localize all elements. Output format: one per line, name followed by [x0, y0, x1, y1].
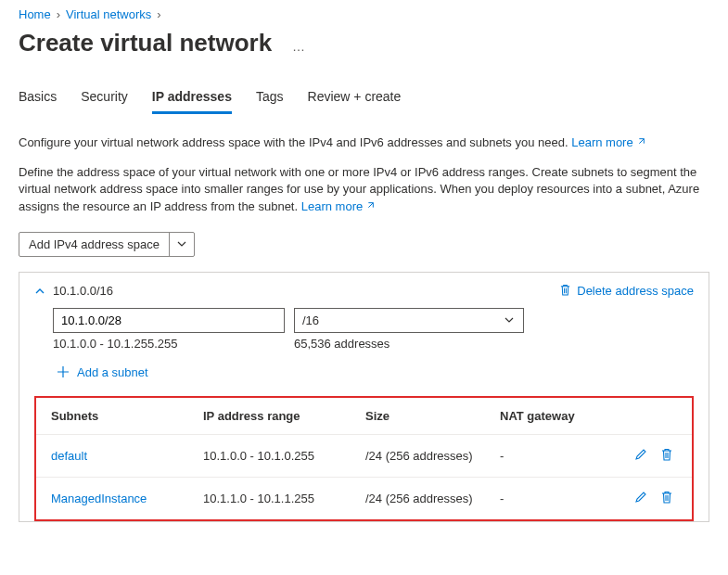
- subnet-range: 10.1.1.0 - 10.1.1.255: [194, 477, 356, 519]
- external-link-icon: [365, 198, 375, 208]
- address-space-network-input[interactable]: [53, 308, 285, 333]
- add-subnet-label: Add a subnet: [77, 365, 148, 379]
- breadcrumb-vnets[interactable]: Virtual networks: [66, 7, 151, 21]
- tab-security[interactable]: Security: [81, 83, 128, 114]
- table-row: default 10.1.0.0 - 10.1.0.255 /24 (256 a…: [36, 434, 692, 477]
- address-space-prefix-select[interactable]: /16: [294, 308, 524, 333]
- tab-ip-addresses[interactable]: IP addresses: [152, 83, 232, 114]
- edit-icon[interactable]: [634, 491, 647, 506]
- delete-address-space-button[interactable]: Delete address space: [559, 284, 694, 299]
- external-link-icon: [636, 134, 645, 144]
- delete-address-space-label: Delete address space: [577, 284, 694, 298]
- delete-icon[interactable]: [660, 448, 673, 464]
- add-ipv4-label: Add IPv4 address space: [19, 233, 169, 256]
- chevron-right-icon: ›: [57, 7, 60, 21]
- add-ipv4-address-space-button[interactable]: Add IPv4 address space: [19, 232, 195, 257]
- tab-tags[interactable]: Tags: [256, 83, 284, 114]
- chevron-down-icon: [504, 313, 514, 327]
- delete-icon: [559, 284, 571, 299]
- col-header-subnets: Subnets: [36, 398, 194, 435]
- more-actions-button[interactable]: …: [287, 39, 311, 54]
- address-space-cidr: 10.1.0.0/16: [53, 284, 113, 298]
- add-subnet-button[interactable]: Add a subnet: [57, 365, 148, 379]
- subnet-nat: -: [491, 434, 618, 477]
- subnet-size: /24 (256 addresses): [356, 434, 491, 477]
- subnet-range: 10.1.0.0 - 10.1.0.255: [194, 434, 356, 477]
- intro-text-1-content: Configure your virtual network address s…: [19, 135, 568, 149]
- address-count-helper: 65,536 addresses: [294, 337, 524, 351]
- tab-review-create[interactable]: Review + create: [308, 83, 402, 114]
- subnet-link-default[interactable]: default: [51, 449, 87, 463]
- intro-text-1: Configure your virtual network address s…: [19, 134, 705, 151]
- breadcrumb-home[interactable]: Home: [19, 7, 51, 21]
- delete-icon[interactable]: [660, 491, 673, 506]
- page-title: Create virtual network: [19, 29, 272, 58]
- subnet-size: /24 (256 addresses): [356, 477, 491, 519]
- table-row: ManagedInstance 10.1.1.0 - 10.1.1.255 /2…: [36, 477, 692, 519]
- subnet-link-managed-instance[interactable]: ManagedInstance: [51, 492, 147, 505]
- col-header-range: IP address range: [194, 398, 356, 435]
- plus-icon: [57, 365, 70, 378]
- tabs: Basics Security IP addresses Tags Review…: [19, 83, 709, 114]
- intro-text-2: Define the address space of your virtual…: [19, 164, 705, 215]
- subnet-nat: -: [491, 477, 618, 519]
- prefix-select-value: /16: [302, 313, 319, 327]
- subnets-table-highlight: Subnets IP address range Size NAT gatewa…: [34, 396, 694, 521]
- address-range-helper: 10.1.0.0 - 10.1.255.255: [53, 337, 285, 351]
- address-space-card: 10.1.0.0/16 Delete address space /16 10.…: [19, 272, 709, 522]
- chevron-down-icon[interactable]: [170, 233, 194, 256]
- subnets-table: Subnets IP address range Size NAT gatewa…: [36, 398, 692, 519]
- breadcrumb: Home › Virtual networks ›: [19, 7, 709, 21]
- edit-icon[interactable]: [634, 448, 647, 464]
- chevron-right-icon: ›: [157, 7, 160, 21]
- tab-basics[interactable]: Basics: [19, 83, 57, 114]
- learn-more-link-2[interactable]: Learn more: [301, 199, 375, 213]
- col-header-nat: NAT gateway: [491, 398, 618, 435]
- chevron-up-icon[interactable]: [34, 286, 45, 297]
- col-header-size: Size: [356, 398, 491, 435]
- learn-more-link-1[interactable]: Learn more: [571, 135, 645, 149]
